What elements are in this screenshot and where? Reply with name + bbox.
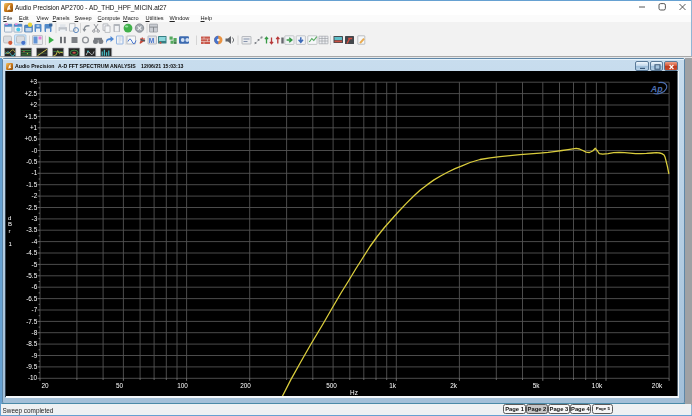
svg-text:r: r: [9, 228, 11, 234]
svg-text:Ap: Ap: [650, 84, 663, 94]
svg-text:10k: 10k: [592, 382, 603, 389]
svg-text:-6: -6: [32, 283, 38, 290]
svg-text:200: 200: [240, 382, 251, 389]
svg-text:-7.5: -7.5: [26, 318, 37, 325]
svg-text:500: 500: [326, 382, 337, 389]
svg-text:-9: -9: [32, 352, 38, 359]
svg-text:-10: -10: [28, 374, 38, 381]
svg-text:2k: 2k: [450, 382, 458, 389]
svg-text:+3: +3: [30, 78, 38, 85]
svg-text:-7: -7: [32, 306, 38, 313]
svg-text:-4: -4: [32, 238, 38, 245]
svg-text:20: 20: [41, 382, 49, 389]
svg-text:-4.5: -4.5: [26, 249, 37, 256]
svg-text:100: 100: [177, 382, 188, 389]
svg-text:-1: -1: [32, 169, 38, 176]
svg-text:+0.5: +0.5: [25, 135, 38, 142]
svg-text:-1.5: -1.5: [26, 181, 37, 188]
svg-text:-8: -8: [32, 329, 38, 336]
svg-text:-5.5: -5.5: [26, 272, 37, 279]
svg-text:20k: 20k: [652, 382, 663, 389]
svg-text:+2.5: +2.5: [25, 90, 38, 97]
svg-text:-3.5: -3.5: [26, 226, 37, 233]
svg-text:Hz: Hz: [350, 389, 358, 396]
svg-text:-5: -5: [32, 261, 38, 268]
svg-text:50: 50: [116, 382, 124, 389]
svg-text:-9.5: -9.5: [26, 363, 37, 370]
svg-text:1k: 1k: [389, 382, 397, 389]
svg-text:-2: -2: [32, 192, 38, 199]
svg-text:+1.5: +1.5: [25, 113, 38, 120]
svg-text:-8.5: -8.5: [26, 340, 37, 347]
svg-text:d: d: [8, 215, 11, 221]
svg-text:-0: -0: [32, 147, 38, 154]
svg-text:-6.5: -6.5: [26, 295, 37, 302]
svg-text:B: B: [8, 221, 12, 227]
svg-text:5k: 5k: [533, 382, 541, 389]
svg-text:-0.5: -0.5: [26, 158, 37, 165]
svg-text:+1: +1: [30, 124, 38, 131]
svg-text:+2: +2: [30, 101, 38, 108]
svg-text:-3: -3: [32, 215, 38, 222]
svg-text:-2.5: -2.5: [26, 204, 37, 211]
